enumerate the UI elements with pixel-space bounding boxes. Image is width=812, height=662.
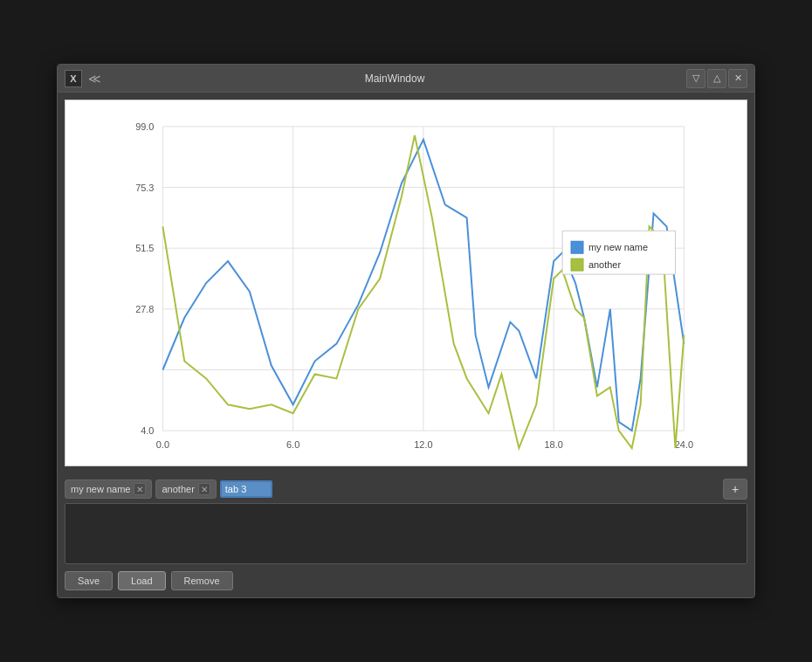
svg-text:27.8: 27.8: [135, 304, 154, 314]
tab-another[interactable]: another ✕: [155, 479, 216, 499]
svg-text:18.0: 18.0: [545, 439, 563, 450]
tab-close-my-new-name[interactable]: ✕: [134, 483, 146, 495]
svg-rect-24: [571, 259, 583, 271]
svg-text:51.5: 51.5: [135, 243, 154, 253]
app-icon: X: [65, 70, 82, 87]
action-buttons: Save Load Remove: [58, 564, 754, 597]
titlebar-left: X ≪: [65, 70, 103, 87]
remove-button[interactable]: Remove: [171, 571, 233, 590]
tab-name-input[interactable]: [220, 480, 272, 498]
tab-label: my new name: [71, 484, 130, 494]
svg-text:my new name: my new name: [588, 242, 648, 252]
main-window: X ≪ MainWindow ▽ △ ✕: [57, 64, 755, 598]
svg-text:6.0: 6.0: [286, 439, 299, 450]
svg-text:0.0: 0.0: [156, 439, 169, 450]
chart-area: 99.0 75.3 51.5 27.8 4.0 0.0 6.0 12.0 18.…: [65, 100, 747, 466]
close-button[interactable]: ✕: [728, 69, 747, 88]
svg-text:another: another: [588, 259, 621, 270]
tab-label-another: another: [162, 484, 194, 494]
save-button[interactable]: Save: [65, 571, 113, 590]
svg-rect-22: [571, 241, 583, 253]
svg-text:12.0: 12.0: [414, 439, 432, 450]
add-tab-button[interactable]: +: [723, 479, 747, 500]
window-controls: ▽ △ ✕: [686, 69, 747, 88]
chart-container: 99.0 75.3 51.5 27.8 4.0 0.0 6.0 12.0 18.…: [74, 109, 738, 457]
svg-text:24.0: 24.0: [675, 439, 693, 450]
pin-button[interactable]: ≪: [86, 70, 103, 87]
tabs-area: my new name ✕ another ✕ +: [58, 473, 754, 503]
svg-text:75.3: 75.3: [135, 183, 154, 193]
svg-text:99.0: 99.0: [135, 121, 154, 132]
maximize-button[interactable]: △: [707, 69, 726, 88]
load-button[interactable]: Load: [118, 571, 165, 590]
minimize-button[interactable]: ▽: [686, 69, 705, 88]
tab-close-another[interactable]: ✕: [198, 483, 210, 495]
window-title: MainWindow: [103, 72, 686, 85]
chart-svg: 99.0 75.3 51.5 27.8 4.0 0.0 6.0 12.0 18.…: [74, 109, 738, 457]
tab-my-new-name[interactable]: my new name ✕: [65, 479, 152, 499]
svg-text:4.0: 4.0: [141, 425, 154, 436]
titlebar: X ≪ MainWindow ▽ △ ✕: [58, 65, 754, 93]
text-editor-area[interactable]: [65, 503, 747, 564]
